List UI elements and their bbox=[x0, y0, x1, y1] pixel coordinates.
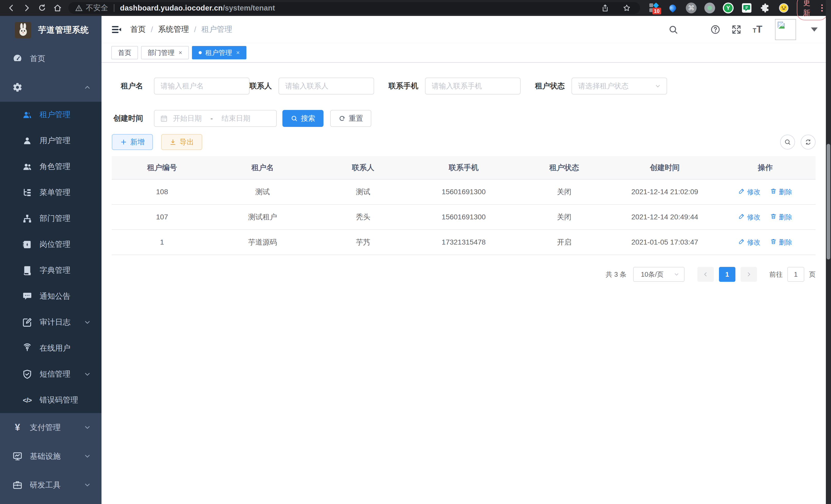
recorder-extension-icon[interactable] bbox=[704, 3, 715, 13]
fontsize-icon[interactable]: TT bbox=[752, 24, 763, 35]
delete-link[interactable]: 删除 bbox=[770, 187, 792, 197]
goto-page-input[interactable] bbox=[787, 267, 804, 282]
page-size-select[interactable]: 10条/页 bbox=[633, 267, 685, 282]
question-icon[interactable] bbox=[710, 24, 720, 35]
browser-update-button[interactable]: 更新 bbox=[797, 0, 827, 20]
sidebar-collapse-icon[interactable] bbox=[111, 24, 122, 35]
star-icon[interactable] bbox=[623, 4, 631, 12]
sidebar-item-post[interactable]: 岗位管理 bbox=[0, 232, 102, 258]
create-time-range-picker[interactable]: 开始日期 - 结束日期 bbox=[154, 110, 277, 127]
sidebar-item-dept[interactable]: 部门管理 bbox=[0, 206, 102, 232]
sidebar-item-dict[interactable]: 字典管理 bbox=[0, 258, 102, 283]
log-icon bbox=[22, 317, 32, 328]
column-header: 租户名 bbox=[212, 156, 313, 179]
current-page[interactable]: 1 bbox=[719, 267, 736, 282]
browser-home-icon[interactable] bbox=[50, 2, 65, 14]
puzzle-extensions-icon[interactable] bbox=[760, 3, 771, 13]
tab-部门管理[interactable]: 部门管理 × bbox=[141, 46, 189, 59]
sidebar-item-gear[interactable]: 系统管理 bbox=[0, 73, 102, 102]
github-icon[interactable] bbox=[689, 24, 699, 35]
sidebar-item-dashboard[interactable]: 首页 bbox=[0, 44, 102, 73]
sidebar-item-infra[interactable]: 基础设施 bbox=[0, 442, 102, 471]
add-button[interactable]: 新增 bbox=[112, 134, 153, 150]
sidebar-item-role[interactable]: 角色管理 bbox=[0, 154, 102, 180]
sidebar-item-online[interactable]: 在线用户 bbox=[0, 335, 102, 361]
prev-page-button[interactable] bbox=[697, 267, 714, 282]
breadcrumb-home[interactable]: 首页 bbox=[130, 24, 146, 35]
breadcrumb-separator: / bbox=[151, 25, 153, 34]
close-icon[interactable]: × bbox=[178, 49, 182, 56]
yudao-extension-icon[interactable]: Y bbox=[723, 3, 734, 13]
delete-link[interactable]: 删除 bbox=[770, 213, 792, 222]
security-label[interactable]: 不安全 bbox=[86, 3, 108, 13]
kebab-menu-icon[interactable] bbox=[821, 4, 823, 11]
chevron-down-icon bbox=[84, 370, 91, 378]
sidebar-item-user[interactable]: 用户管理 bbox=[0, 128, 102, 154]
search-button[interactable]: 搜索 bbox=[282, 110, 323, 127]
fullscreen-icon[interactable] bbox=[731, 24, 742, 35]
sidebar-item-pay[interactable]: ¥ 支付管理 bbox=[0, 413, 102, 442]
app-logo-row[interactable]: 芋道管理系统 bbox=[0, 16, 102, 44]
share-icon[interactable] bbox=[601, 4, 609, 12]
end-date-placeholder: 结束日期 bbox=[222, 114, 250, 123]
tenant-name-label: 租户名 bbox=[112, 81, 143, 91]
chevron-down-icon[interactable] bbox=[811, 28, 818, 32]
sidebar-item-sms[interactable]: 短信管理 bbox=[0, 361, 102, 387]
page-scrollbar bbox=[826, 0, 831, 504]
next-page-button[interactable] bbox=[741, 267, 757, 282]
browser-reload-icon[interactable] bbox=[34, 2, 50, 14]
close-icon[interactable]: × bbox=[236, 49, 240, 56]
tenant-icon bbox=[22, 110, 32, 120]
tags-view-bar: 首页 部门管理 × 租户管理 × bbox=[102, 43, 831, 63]
scrollbar-thumb[interactable] bbox=[827, 144, 830, 260]
online-icon bbox=[22, 343, 32, 353]
sidebar-item-devtool[interactable]: 研发工具 bbox=[0, 471, 102, 499]
column-header: 租户状态 bbox=[514, 156, 614, 179]
sidebar-item-menu-tree[interactable]: 菜单管理 bbox=[0, 180, 102, 206]
edit-link[interactable]: 修改 bbox=[738, 187, 760, 197]
avatar-broken-image[interactable] bbox=[775, 19, 796, 40]
refresh-table-button[interactable] bbox=[801, 135, 815, 149]
browser-back-icon[interactable] bbox=[4, 2, 19, 14]
tab-首页[interactable]: 首页 bbox=[111, 46, 138, 59]
mobile-input[interactable] bbox=[425, 78, 521, 94]
browser-forward-icon[interactable] bbox=[19, 2, 34, 14]
show-search-button[interactable] bbox=[780, 135, 795, 149]
cell-actions: 修改 删除 bbox=[715, 179, 815, 205]
divider bbox=[114, 4, 114, 12]
sidebar-item-label: 部门管理 bbox=[39, 213, 70, 224]
reset-button[interactable]: 重置 bbox=[330, 110, 371, 127]
pinned-extension-icon[interactable]: 10 bbox=[649, 3, 660, 13]
sidebar-menu: 首页 系统管理 租户管理 用户管理 角色管理 菜单管理 部门管理 岗位管理 字典 bbox=[0, 44, 102, 499]
top-navbar: 首页 / 系统管理 / 租户管理 TT bbox=[102, 16, 831, 43]
tab-label: 首页 bbox=[118, 48, 131, 57]
address-bar[interactable]: 不安全 dashboard.yudao.iocoder.cn/system/te… bbox=[68, 2, 640, 14]
delete-link[interactable]: 删除 bbox=[770, 238, 792, 247]
navbar-actions: TT bbox=[668, 19, 818, 40]
search-icon[interactable] bbox=[668, 24, 678, 35]
goto-label: 前往 bbox=[769, 270, 783, 279]
sidebar-item-tenant[interactable]: 租户管理 bbox=[0, 102, 102, 128]
chat-extension-icon[interactable] bbox=[741, 3, 752, 13]
dept-icon bbox=[22, 213, 32, 224]
mobile-filter: 联系手机 bbox=[389, 78, 521, 94]
tab-租户管理[interactable]: 租户管理 × bbox=[192, 46, 247, 59]
contact-input[interactable] bbox=[279, 78, 374, 94]
trash-icon bbox=[770, 188, 777, 196]
sidebar-item-log[interactable]: 审计日志 bbox=[0, 309, 102, 335]
table-row: 108 测试 测试 15601691300 关闭 2021-12-14 21:0… bbox=[112, 179, 815, 205]
breadcrumb-system[interactable]: 系统管理 bbox=[158, 24, 189, 35]
sidebar-item-label: 首页 bbox=[30, 53, 45, 64]
edit-link[interactable]: 修改 bbox=[738, 238, 760, 247]
edit-link[interactable]: 修改 bbox=[738, 213, 760, 222]
sidebar-item-notice[interactable]: 通知公告 bbox=[0, 283, 102, 309]
emoji-avatar-icon[interactable] bbox=[778, 3, 789, 13]
command-extension-icon[interactable]: ⌘ bbox=[686, 3, 697, 13]
sidebar-item-errcode[interactable]: </> 错误码管理 bbox=[0, 387, 102, 413]
devtool-icon bbox=[12, 480, 23, 490]
tenant-name-input[interactable] bbox=[154, 78, 250, 94]
map-pin-extension-icon[interactable] bbox=[667, 3, 678, 13]
date-separator: - bbox=[210, 114, 213, 122]
export-button[interactable]: 导出 bbox=[161, 134, 202, 150]
status-select[interactable]: 请选择租户状态 bbox=[571, 78, 667, 94]
